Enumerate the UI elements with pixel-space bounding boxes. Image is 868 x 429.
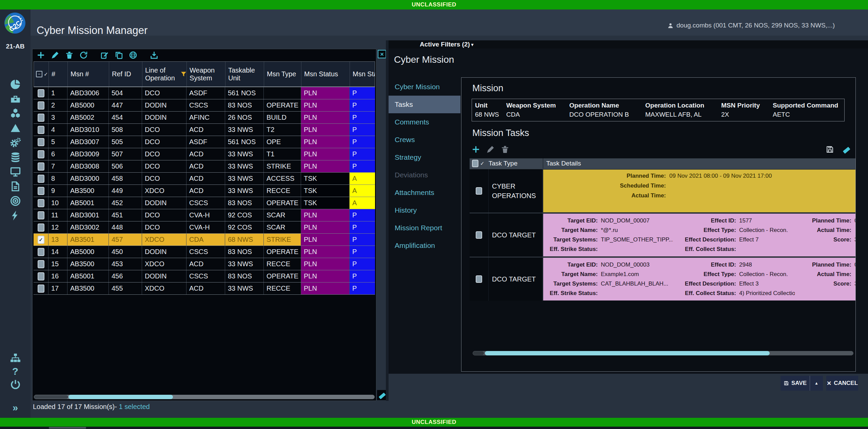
nav-item-tasks[interactable]: Tasks bbox=[389, 96, 460, 113]
gears-icon[interactable] bbox=[10, 137, 21, 148]
active-filters-dropdown[interactable]: Active Filters (2) ▾ bbox=[420, 41, 473, 48]
task-row[interactable]: DCO TARGETTarget EID:NOD_DOM_00003Effect… bbox=[470, 257, 856, 301]
row-checkbox[interactable] bbox=[38, 89, 44, 97]
task-checkbox[interactable] bbox=[476, 275, 482, 283]
delete-icon[interactable] bbox=[65, 51, 74, 59]
column-header[interactable]: −✓ bbox=[34, 62, 49, 86]
globe-icon[interactable] bbox=[129, 51, 137, 59]
tasks-select-all-checkbox[interactable] bbox=[472, 160, 478, 167]
nav-item-deviations[interactable]: Deviations bbox=[389, 166, 460, 184]
mission-row[interactable]: 7ABD3008506DCOACD33 NWSSTRIKEPLNP bbox=[34, 160, 375, 173]
row-checkbox[interactable]: ✓ bbox=[38, 236, 44, 244]
user-menu[interactable]: doug.combs (001 CMT, 26 NOS, 299 NOS, 33… bbox=[667, 22, 835, 29]
row-checkbox[interactable] bbox=[38, 187, 44, 195]
mission-row[interactable]: 16AB5001456DODINCSCS83 NOSOPERATEPLNP bbox=[34, 270, 375, 282]
mission-row[interactable]: 11ABD3001451DCOCVA-H92 COSSCARPLNP bbox=[34, 209, 375, 221]
delete-task-icon[interactable] bbox=[501, 145, 509, 154]
task-row[interactable]: CYBER OPERATIONSPlanned Time:09 Nov 2021… bbox=[470, 169, 856, 213]
row-checkbox[interactable] bbox=[38, 162, 44, 171]
column-header[interactable]: Msn Status bbox=[301, 62, 350, 86]
mission-row[interactable]: 3AB5002454DODINAFINC26 NOSBUILDPLNP bbox=[34, 112, 375, 124]
column-header[interactable]: Line of Operation bbox=[142, 62, 187, 86]
row-checkbox[interactable] bbox=[38, 150, 44, 158]
row-checkbox[interactable] bbox=[38, 138, 44, 146]
cubes-icon[interactable] bbox=[10, 108, 21, 119]
mission-row[interactable]: ✓13AB3501457XDCOCDA68 NWSSTRIKEPLNP bbox=[34, 234, 375, 246]
task-checkbox[interactable] bbox=[476, 231, 482, 239]
nav-item-strategy[interactable]: Strategy bbox=[389, 149, 460, 166]
add-task-icon[interactable] bbox=[472, 145, 480, 154]
row-checkbox[interactable] bbox=[38, 126, 44, 134]
row-checkbox[interactable] bbox=[38, 175, 44, 183]
row-checkbox[interactable] bbox=[38, 211, 44, 219]
refresh-icon[interactable] bbox=[79, 51, 88, 59]
select-all-checkbox[interactable]: − bbox=[36, 71, 42, 77]
edit-icon[interactable] bbox=[51, 51, 59, 59]
column-header[interactable]: Msn Type bbox=[264, 62, 301, 86]
target-icon[interactable] bbox=[10, 195, 21, 207]
row-checkbox[interactable] bbox=[38, 272, 44, 280]
mission-row[interactable]: 17AB3500455XDCOACD33 NWSRECCEPLNP bbox=[34, 282, 375, 295]
mission-row[interactable]: 14AB5000450DODINCSCS83 NOSOPERATEPLNP bbox=[34, 246, 375, 258]
scrollbar-thumb[interactable] bbox=[68, 395, 173, 399]
nav-item-cyber-mission[interactable]: Cyber Mission bbox=[389, 78, 460, 96]
download-icon[interactable] bbox=[150, 51, 158, 59]
nav-item-comments[interactable]: Comments bbox=[389, 113, 460, 131]
triangle-icon[interactable] bbox=[10, 122, 21, 134]
pie-chart-icon[interactable] bbox=[10, 79, 21, 90]
column-header[interactable]: Ref ID bbox=[109, 62, 142, 86]
missions-h-scrollbar[interactable] bbox=[34, 395, 375, 399]
lightning-icon[interactable] bbox=[10, 210, 21, 221]
edit-task-icon[interactable] bbox=[486, 145, 495, 154]
column-header[interactable]: # bbox=[49, 62, 68, 86]
org-chart-icon[interactable] bbox=[10, 353, 21, 364]
toolbox-icon[interactable] bbox=[10, 93, 21, 104]
tasks-scrollbar-thumb[interactable] bbox=[485, 351, 770, 355]
clear-grid-icon[interactable] bbox=[842, 145, 851, 154]
edit-document-icon[interactable] bbox=[100, 51, 109, 59]
document-icon[interactable] bbox=[10, 181, 21, 192]
mission-row[interactable]: 2AB5000447DODINCSCS83 NOSOPERATEPLNP bbox=[34, 99, 375, 112]
task-checkbox[interactable] bbox=[476, 187, 482, 195]
add-icon[interactable] bbox=[37, 51, 45, 59]
mission-row[interactable]: 8ABD3000458DCOACD33 NWSACCESSTSKA bbox=[34, 173, 375, 185]
column-header[interactable]: Msn # bbox=[68, 62, 109, 86]
help-icon[interactable]: ? bbox=[12, 366, 18, 376]
nav-item-history[interactable]: History bbox=[389, 201, 460, 219]
row-checkbox[interactable] bbox=[38, 285, 44, 293]
mission-row[interactable]: 1ABD3006504DCOASDF561 NOSPLNP bbox=[34, 87, 375, 99]
nav-item-attachments[interactable]: Attachments bbox=[389, 184, 460, 201]
nav-item-mission-report[interactable]: Mission Report bbox=[389, 219, 460, 237]
mission-row[interactable]: 9AB3500449XDCOACD33 NWSRECCETSKA bbox=[34, 185, 375, 197]
column-header[interactable]: Msn State bbox=[350, 62, 375, 86]
close-panel-button[interactable]: ✕ bbox=[378, 50, 386, 58]
row-checkbox[interactable] bbox=[38, 223, 44, 232]
save-options-button[interactable]: ▲ bbox=[810, 376, 823, 391]
row-checkbox[interactable] bbox=[38, 199, 44, 207]
mission-row[interactable]: 4ABD3010508DCOACD33 NWST2PLNP bbox=[34, 124, 375, 136]
save-button[interactable]: SAVE bbox=[781, 376, 810, 391]
mission-row[interactable]: 5ABD3007505DCOASDF561 NOSOPEPLNP bbox=[34, 136, 375, 148]
nav-item-amplification[interactable]: Amplification bbox=[389, 237, 460, 254]
row-checkbox[interactable] bbox=[38, 248, 44, 256]
power-icon[interactable] bbox=[10, 379, 21, 390]
column-header[interactable]: Weapon System bbox=[187, 62, 225, 86]
tasks-h-scrollbar[interactable] bbox=[473, 351, 853, 355]
expand-sidebar-icon[interactable]: » bbox=[0, 402, 31, 413]
save-grid-icon[interactable] bbox=[826, 145, 834, 154]
mission-row[interactable]: 12ABD3002448DCOCVA-H92 COSSCARPLNP bbox=[34, 221, 375, 234]
database-icon[interactable] bbox=[10, 152, 21, 163]
row-checkbox[interactable] bbox=[38, 101, 44, 110]
row-checkbox[interactable] bbox=[38, 260, 44, 268]
detail-value: 09 Nov bbox=[854, 260, 856, 270]
cancel-button[interactable]: ✕ CANCEL bbox=[826, 376, 858, 391]
monitor-icon[interactable] bbox=[10, 166, 21, 177]
mission-row[interactable]: 15AB3500453XDCOACD33 NWSRECCEPLNP bbox=[34, 258, 375, 270]
task-row[interactable]: DCO TARGETTarget EID:NOD_DOM_00007Effect… bbox=[470, 213, 856, 257]
mission-row[interactable]: 6ABD3009507DCOACD33 NWST1PLNP bbox=[34, 148, 375, 160]
mission-row[interactable]: 10AB5001452DODINCSCS83 NOSOPERATETSKA bbox=[34, 197, 375, 209]
nav-item-crews[interactable]: Crews bbox=[389, 131, 460, 149]
column-header[interactable]: Taskable Unit bbox=[225, 62, 264, 86]
row-checkbox[interactable] bbox=[38, 114, 44, 122]
duplicate-icon[interactable] bbox=[115, 51, 123, 59]
